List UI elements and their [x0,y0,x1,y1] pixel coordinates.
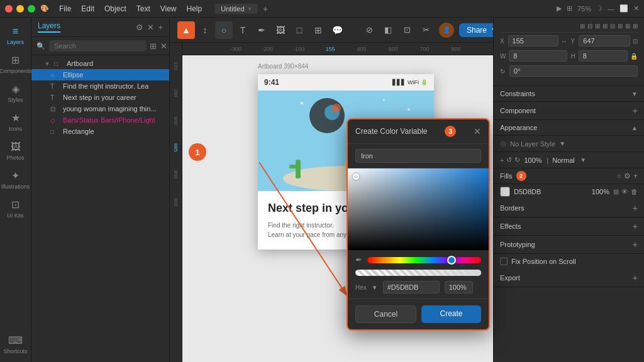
layer-item-ellipse[interactable]: ○ Ellipse [31,69,169,80]
x-input[interactable] [508,35,558,47]
oval-tool[interactable]: ○ [215,21,233,39]
menu-text[interactable]: Text [136,4,150,13]
layer-item-image[interactable]: ⊡ young woman imagining thin... [31,103,169,114]
shape-tool[interactable]: □ [291,21,308,39]
tab-add-btn[interactable]: + [263,4,268,14]
align-center-h-icon[interactable]: ⊟ [587,23,592,30]
fix-position-checkbox[interactable] [500,258,508,265]
sidebar-item-shortcuts[interactable]: ⌨ Shortcuts [3,331,28,358]
y-input[interactable] [579,35,630,47]
add-icon[interactable]: + [500,156,504,164]
share-button[interactable]: Share ▼ [459,23,493,37]
minimize-window-btn[interactable] [16,5,24,13]
search-close-btn[interactable]: ✕ [160,41,167,51]
prototyping-section[interactable]: Prototyping + [494,236,644,254]
component-section[interactable]: Component + [494,102,644,120]
borders-add-btn[interactable]: + [633,203,638,213]
export-section[interactable]: Export + [494,269,644,287]
align-middle-icon[interactable]: ⊟ [610,23,615,30]
select-tool[interactable]: ▲ [177,21,195,39]
maximize-window-btn[interactable] [28,5,35,13]
fill-delete-icon[interactable]: 🗑 [631,188,638,196]
flatten-btn[interactable]: ◧ [380,22,396,38]
tab-untitled[interactable]: Untitled × [214,4,258,14]
sidebar-item-styles[interactable]: ◈ Styles [3,79,28,107]
menu-file[interactable]: File [59,4,71,13]
panel-close-btn[interactable]: ✕ [147,23,154,32]
sidebar-item-photos[interactable]: 🖼 Photos [3,137,28,165]
opacity-input[interactable] [524,156,543,164]
pen-tool[interactable]: ✒ [253,21,270,39]
menu-help[interactable]: Help [187,4,203,13]
close-window-btn[interactable] [5,5,13,13]
panel-action-settings[interactable]: ⚙ [136,23,143,32]
align-top-icon[interactable]: ⊞ [602,23,608,30]
borders-section[interactable]: Borders + [494,199,644,217]
export-add-btn[interactable]: + [633,273,638,283]
play-icon[interactable]: ▶ [557,4,562,13]
image-tool[interactable]: 🖼 [272,21,289,39]
effects-section[interactable]: Effects + [494,217,644,236]
lock-icon[interactable]: 🔒 [630,53,638,60]
mask-btn[interactable]: ⊘ [361,22,377,38]
color-gradient-area[interactable] [348,168,489,250]
fill-add-btn[interactable]: + [633,172,638,180]
fill-settings-icon[interactable]: ⚙ [624,172,631,180]
sidebar-item-components[interactable]: ⊞ Components [3,50,28,78]
layer-item-text2[interactable]: T Next step in your career [31,92,169,103]
fill-swatch[interactable] [500,187,510,197]
layer-item-rectangle[interactable]: □ Rectangle [31,126,169,137]
comment-tool[interactable]: 💬 [328,21,346,39]
prototyping-add-btn[interactable]: + [633,239,638,250]
filter-icon[interactable]: ⊞ [150,41,157,51]
effects-add-btn[interactable]: + [633,221,638,231]
align-left-icon[interactable]: ⊞ [580,23,585,30]
sidebar-item-uikits[interactable]: ⊡ UI Kits [3,195,28,222]
minimize-icon[interactable]: — [608,5,614,13]
align-right-icon[interactable]: ⊞ [595,23,600,30]
hex-chevron[interactable]: ▼ [372,284,378,291]
menu-view[interactable]: View [160,4,177,13]
undo-icon[interactable]: ↺ [506,156,512,164]
constraints-section[interactable]: Constraints ▼ [494,86,644,102]
rotation-input[interactable] [509,65,638,77]
panel-add-btn[interactable]: + [158,23,163,32]
opacity-input[interactable] [445,281,473,293]
text-tool[interactable]: T [234,21,252,39]
layer-item-artboard[interactable]: ▼ □ Artboard [31,58,169,69]
layer-item-text1[interactable]: T Find the right instructor. Lea [31,80,169,92]
restore-icon[interactable]: ⬜ [619,4,628,13]
menu-edit[interactable]: Edit [81,4,94,13]
blend-mode-select[interactable]: Normal Multiply Screen [552,156,576,164]
tab-close-btn[interactable]: × [248,6,252,12]
grid-layout-tool[interactable]: ⊞ [309,21,327,39]
fill-grid-icon[interactable]: ⊞ [613,188,619,196]
appearance-section[interactable]: Appearance ▲ [494,120,644,136]
component-add-btn[interactable]: + [633,106,638,116]
menu-object[interactable]: Object [104,4,126,13]
sidebar-item-illustrations[interactable]: ✦ Illustrations [3,166,28,194]
fill-circle-icon[interactable]: ○ [617,172,621,180]
create-button[interactable]: Create [421,305,481,323]
redo-icon[interactable]: ↻ [514,156,520,164]
close-icon[interactable]: ✕ [633,4,639,13]
w-input[interactable] [509,50,567,62]
dialog-close-btn[interactable]: ✕ [474,126,481,136]
eyedropper-btn[interactable]: ✒ [355,255,362,265]
h-input[interactable] [579,50,628,62]
hue-bar[interactable] [367,257,481,263]
align-bottom-icon[interactable]: ⊞ [618,23,623,30]
fill-eye-icon[interactable]: 👁 [621,188,628,196]
cancel-button[interactable]: Cancel [355,305,416,323]
zoom-level[interactable]: 75% [577,5,591,13]
moon-icon[interactable]: ☽ [596,4,602,13]
variable-name-input[interactable] [355,149,481,163]
scale-tool[interactable]: ↕ [196,21,214,39]
tab-layers[interactable]: Layers [38,21,60,33]
layer-item-component[interactable]: ◇ Bars/Status Bars/iPhone/Light [31,114,169,126]
distribute-v-icon[interactable]: ⊞ [633,23,638,30]
hue-thumb[interactable] [447,256,456,265]
grid-icon[interactable]: ⊞ [567,4,572,13]
sidebar-item-layers[interactable]: ≡ Layers [3,21,28,49]
hex-input[interactable] [383,281,440,293]
